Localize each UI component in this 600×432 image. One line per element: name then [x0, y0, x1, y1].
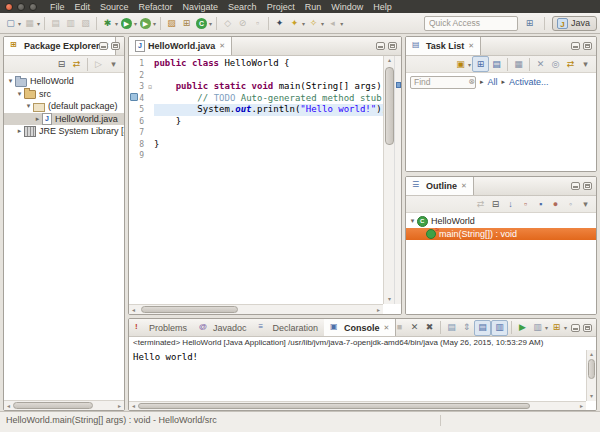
code-line-5[interactable]: 5 System.out.println("Hello world!");	[129, 104, 383, 116]
new-java-project-icon[interactable]: ▨	[164, 15, 179, 31]
close-icon[interactable]: ✕	[384, 324, 390, 332]
menu-item-run[interactable]: Run	[300, 2, 327, 12]
menu-item-source[interactable]: Source	[95, 2, 134, 12]
close-icon[interactable]: ✕	[219, 42, 225, 50]
twistie-icon[interactable]: ▸	[33, 115, 42, 123]
dropdown-arrow-icon[interactable]: ▾	[209, 20, 212, 27]
external-tools-icon[interactable]: ▶▾	[138, 15, 157, 31]
maximize-icon[interactable]	[583, 42, 592, 50]
dropdown-arrow-icon[interactable]: ▾	[468, 61, 471, 68]
filter-all-link[interactable]: All	[488, 77, 498, 87]
clear-console-icon[interactable]: ▤	[444, 320, 459, 336]
categorized-view-icon[interactable]: ⊞	[472, 56, 489, 72]
pin-console-icon[interactable]: ▶	[515, 320, 530, 336]
new-class-icon[interactable]: C▾	[194, 15, 213, 31]
menu-item-edit[interactable]: Edit	[70, 2, 96, 12]
fold-marker-icon[interactable]: ⊟	[146, 81, 154, 93]
focus-workweek-icon[interactable]: ▦	[511, 56, 526, 72]
search-icon[interactable]: ✦	[272, 15, 287, 31]
activate-task-link[interactable]: Activate...	[509, 77, 549, 87]
quick-access-input[interactable]	[424, 16, 518, 31]
new-wizard-icon[interactable]: ▢▾	[3, 15, 22, 31]
dropdown-arrow-icon[interactable]: ▾	[115, 20, 118, 27]
tab-task-list[interactable]: Task List✕	[406, 37, 481, 55]
dropdown-arrow-icon[interactable]: ▾	[564, 324, 567, 331]
dropdown-arrow-icon[interactable]: ▾	[321, 20, 324, 27]
close-icon[interactable]: ✕	[461, 182, 467, 190]
code-line-2[interactable]: 2	[129, 70, 383, 82]
hide-static-members-icon[interactable]: ▪	[533, 196, 548, 212]
menu-item-window[interactable]: Window	[326, 2, 368, 12]
tab-console[interactable]: Console✕	[324, 319, 396, 336]
maximize-icon[interactable]	[583, 182, 592, 190]
twistie-icon[interactable]: ▸	[15, 127, 24, 135]
tab-helloworld-java[interactable]: HelloWorld.java✕	[129, 37, 232, 55]
link-with-editor-icon[interactable]: ⇄	[69, 56, 84, 72]
tab-problems[interactable]: Problems	[129, 319, 193, 336]
tab-outline[interactable]: Outline✕	[406, 177, 474, 195]
package-explorer-hscrollbar[interactable]: ◂▸	[4, 400, 124, 410]
menu-item-navigate[interactable]: Navigate	[178, 2, 224, 12]
run-icon[interactable]: ▶▾	[119, 15, 138, 31]
display-console-icon[interactable]: ▥▾	[530, 320, 549, 336]
window-minimize-button[interactable]	[17, 3, 25, 11]
sort-icon[interactable]: ↓	[503, 196, 518, 212]
dropdown-arrow-icon[interactable]: ▾	[134, 20, 137, 27]
hide-local-types-icon[interactable]: ◦	[563, 196, 578, 212]
twistie-icon[interactable]: ▾	[408, 217, 417, 225]
minimize-icon[interactable]	[571, 182, 580, 190]
menu-item-search[interactable]: Search	[223, 2, 262, 12]
tree-item-helloworld[interactable]: ▾HelloWorld	[4, 75, 124, 88]
find-input[interactable]	[410, 76, 476, 89]
code-line-4[interactable]: 4 // TODO Auto-generated method stub	[129, 93, 383, 105]
maximize-icon[interactable]	[111, 42, 120, 50]
open-perspective-icon[interactable]: ⊞	[522, 15, 537, 31]
editor-hscrollbar[interactable]: ◂▸	[129, 304, 383, 314]
code-line-9[interactable]: 9	[129, 150, 383, 162]
code-line-8[interactable]: 8}	[129, 139, 383, 151]
menu-item-file[interactable]: File	[45, 2, 70, 12]
open-task-icon[interactable]: ✦▾	[287, 15, 306, 31]
maximize-icon[interactable]	[388, 42, 397, 50]
twistie-icon[interactable]: ▾	[15, 90, 24, 98]
minimize-icon[interactable]	[571, 324, 580, 332]
view-menu-icon[interactable]: ▾	[578, 56, 593, 72]
deactivate-task-icon[interactable]: ✕	[533, 56, 548, 72]
window-maximize-button[interactable]	[29, 3, 37, 11]
find-toggle-icon[interactable]: ◎	[548, 56, 563, 72]
tree-item-src[interactable]: ▾src	[4, 88, 124, 101]
code-line-1[interactable]: 1public class HelloWorld {	[129, 58, 383, 70]
tab-declaration[interactable]: Declaration	[253, 319, 325, 336]
dropdown-arrow-icon[interactable]: ▾	[302, 20, 305, 27]
open-console-icon[interactable]: ⊞▾	[549, 320, 568, 336]
dropdown-arrow-icon[interactable]: ▾	[37, 20, 40, 27]
scheduled-view-icon[interactable]: ▤	[489, 56, 504, 72]
view-menu-icon[interactable]: ▾	[578, 196, 593, 212]
link-task-icon[interactable]: ⇄	[563, 56, 578, 72]
show-stdout-toggle-icon[interactable]: ▤	[474, 320, 491, 336]
new-package-icon[interactable]: ⊞	[179, 15, 194, 31]
menu-item-project[interactable]: Project	[262, 2, 300, 12]
show-stderr-toggle-icon[interactable]: ▥	[491, 320, 508, 336]
tree-item-jre-system-library-javase-1[interactable]: ▸JRE System Library [JavaSE-1.	[4, 125, 124, 138]
console-hscrollbar[interactable]: ◂▸	[129, 401, 586, 410]
remove-all-terminated-icon[interactable]: ✖	[422, 320, 437, 336]
clear-find-icon[interactable]: ⊗	[468, 77, 475, 86]
minimize-icon[interactable]	[99, 42, 108, 50]
minimize-icon[interactable]	[376, 42, 385, 50]
tab-javadoc[interactable]: Javadoc	[193, 319, 253, 336]
tree-item-main-string-void[interactable]: main(String[]) : void	[406, 228, 596, 241]
close-icon[interactable]: ✕	[468, 42, 474, 50]
tree-item-default-package[interactable]: ▾(default package)	[4, 100, 124, 113]
collapse-all-icon[interactable]: ⊟	[54, 56, 69, 72]
code-line-7[interactable]: 7	[129, 127, 383, 139]
scroll-lock-icon[interactable]: ⇕	[459, 320, 474, 336]
java-perspective-button[interactable]: J Java	[552, 16, 597, 31]
console-output[interactable]: Hello world!	[129, 350, 586, 401]
tree-item-helloworld-java[interactable]: ▸HelloWorld.java	[4, 113, 124, 126]
dropdown-arrow-icon[interactable]: ▾	[340, 20, 343, 27]
collapse-all-icon[interactable]: ⊟	[488, 196, 503, 212]
code-area[interactable]: 1public class HelloWorld {23⊟ public sta…	[129, 56, 383, 304]
new-task-icon[interactable]: ▣▾	[453, 56, 472, 72]
dropdown-arrow-icon[interactable]: ▾	[545, 324, 548, 331]
